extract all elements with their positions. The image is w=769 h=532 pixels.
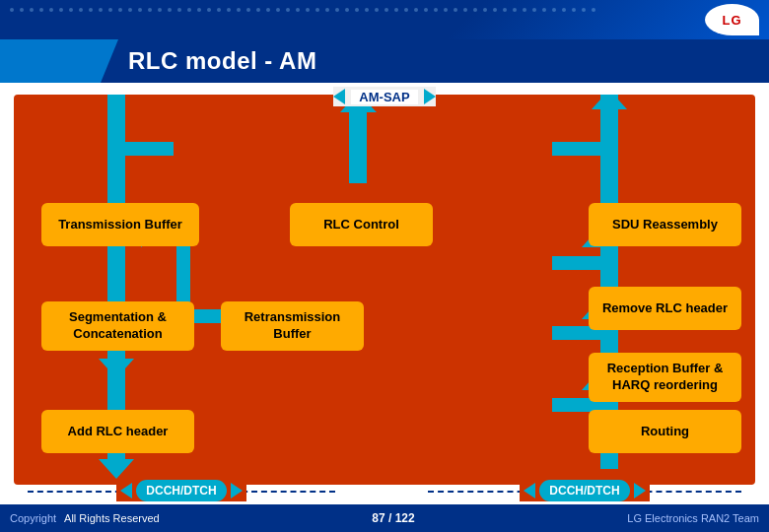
svg-marker-13 [592,95,627,109]
remove-rlc-header-box: Remove RLC header [589,287,741,330]
footer-copyright: Copyright [10,512,56,524]
decorative-dots [10,8,690,12]
retransmission-buffer-box: Retransmission Buffer [221,301,364,351]
svg-marker-5 [99,459,134,479]
dcch-left-label: DCCH/DTCH [136,480,226,501]
am-sap-arrow-left [333,89,345,104]
routing-box: Routing [589,410,741,453]
dcch-left-arrow-right [231,483,243,499]
footer-left: Copyright All Rights Reserved [10,512,160,524]
dcch-left-arrow-left [120,483,132,499]
am-sap-arrow-right [424,89,436,104]
rlc-control-box: RLC Control [290,203,433,246]
svg-marker-9 [99,359,134,378]
dcch-right-bar: DCCH/DTCH [414,477,755,504]
title-bar: RLC model - AM [0,39,769,83]
dcch-right-arrow-right [634,483,646,499]
add-rlc-header-box: Add RLC header [41,410,194,453]
svg-rect-17 [552,256,601,270]
dcch-left-bar: DCCH/DTCH [14,477,349,504]
footer-company: LG Electronics RAN2 Team [627,512,759,524]
dcch-right-label: DCCH/DTCH [539,480,629,501]
sdu-reassembly-box: SDU Reassembly [589,203,741,246]
svg-rect-14 [600,124,618,154]
reception-buffer-box: Reception Buffer & HARQ reordering [589,353,741,402]
segmentation-concatenation-box: Segmentation & Concatenation [41,301,194,351]
footer-bar: Copyright All Rights Reserved 87 / 122 L… [0,504,769,532]
top-bar: LG [0,0,769,39]
svg-rect-10 [116,142,174,156]
footer-page: 87 / 122 [372,511,414,525]
am-sap-label: AM-SAP [351,90,417,104]
dcch-right-arrow-left [524,483,535,499]
main-content-area: Transmission Buffer RLC Control SDU Reas… [14,95,755,485]
svg-rect-16 [552,142,601,156]
svg-rect-23 [349,95,367,183]
title-accent [0,39,118,83]
footer-rights: All Rights Reserved [64,512,160,524]
page-title: RLC model - AM [128,47,316,75]
lg-logo: LG [705,4,759,35]
transmission-buffer-box: Transmission Buffer [41,203,199,246]
svg-rect-6 [107,134,125,213]
